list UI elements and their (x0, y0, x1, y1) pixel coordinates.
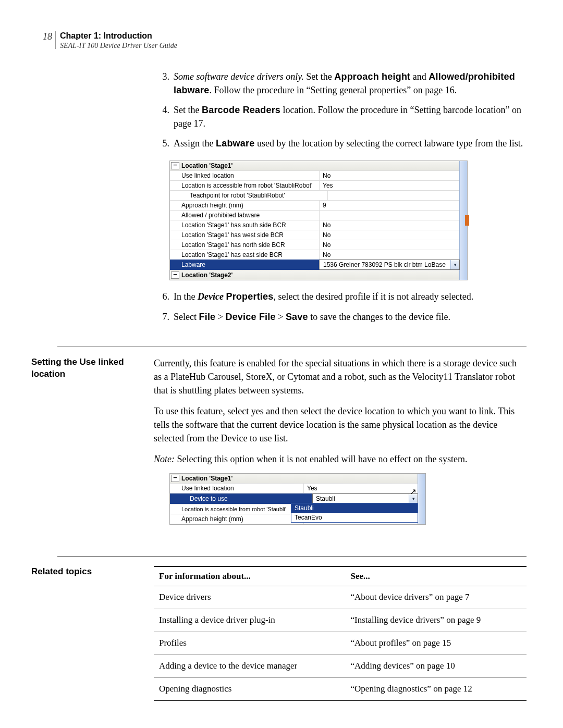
group-header[interactable]: – Location 'Stage1' (170, 474, 425, 484)
menu-save: Save (286, 312, 308, 322)
step-text: , select the desired profile if it is no… (274, 291, 474, 302)
step-3: 3. Some software device drivers only. Se… (154, 70, 527, 97)
step-4: 4. Set the Barcode Readers location. Fol… (154, 103, 527, 130)
dropdown-option[interactable]: Staubli (291, 503, 418, 513)
property-value[interactable]: No (320, 230, 460, 240)
dropdown-popup[interactable]: Staubli TecanEvo (291, 503, 418, 523)
property-value[interactable]: No (320, 171, 460, 180)
property-row[interactable]: Approach height (mm)9 (170, 201, 467, 211)
note-label: Note: (154, 454, 175, 464)
reference-cell: “Adding devices” on page 10 (346, 655, 527, 678)
section-divider (57, 556, 527, 557)
property-value[interactable] (328, 194, 460, 196)
step-number: 7. (154, 310, 174, 324)
section-heading: Setting the Use linked location (31, 356, 154, 544)
scrollbar[interactable] (418, 474, 425, 524)
paragraph: To use this feature, select yes and then… (154, 404, 527, 445)
topic-cell: Device drivers (154, 586, 346, 609)
property-label: Teachpoint for robot 'StaubliRobot' (170, 191, 328, 200)
page: 18 Chapter 1: Introduction SEAL-IT 100 D… (0, 0, 563, 728)
menu-file: File (199, 312, 215, 322)
group-title: Location 'Stage1' (181, 475, 232, 482)
property-label: Location is accessible from robot 'Staub… (170, 505, 304, 513)
property-row[interactable]: Location 'Stage1' has north side BCRNo (170, 240, 467, 250)
step-text: Set the (174, 105, 202, 115)
property-label: Location 'Stage1' has south side BCR (170, 220, 320, 230)
procedure-list: 3. Some software device drivers only. Se… (154, 70, 527, 150)
property-value[interactable]: Yes (304, 484, 418, 493)
property-label: Use linked location (170, 171, 320, 180)
section-heading: Related topics (31, 566, 154, 701)
section-divider (57, 347, 527, 347)
step-text: Select (174, 312, 199, 322)
property-row[interactable]: Location is accessible from robot 'Staub… (170, 181, 467, 191)
section-related-topics: Related topics For information about... … (31, 566, 527, 701)
steps-block: 3. Some software device drivers only. Se… (31, 70, 527, 334)
step-6: 6. In the Device Properties, select the … (154, 290, 527, 303)
property-row[interactable]: Location 'Stage1' has east side BCRNo (170, 250, 467, 260)
step-5: 5. Assign the Labware used by the locati… (154, 137, 527, 150)
menu-device-file: Device File (225, 312, 275, 322)
topic-cell: Adding a device to the device manager (154, 655, 346, 678)
property-value[interactable]: No (320, 250, 460, 260)
step-text: to save the changes to the device file. (308, 312, 450, 322)
chevron-down-icon[interactable]: ▾ (450, 260, 459, 269)
cursor-icon: ↖ (410, 487, 417, 497)
term-barcode-readers: Barcode Readers (202, 105, 280, 115)
section-linked-location: Setting the Use linked location Currentl… (31, 356, 527, 544)
property-label: Allowed / prohibited labware (170, 211, 320, 220)
step-number: 5. (154, 137, 174, 150)
term-labware: Labware (216, 138, 254, 149)
table-row: Profiles“About profiles” on page 15 (154, 632, 527, 655)
related-topics-table: For information about... See... Device d… (154, 566, 527, 701)
property-label: Use linked location (170, 484, 304, 493)
step-text: Set the (304, 71, 335, 82)
property-label: Location 'Stage1' has north side BCR (170, 240, 320, 250)
property-value-dropdown[interactable]: 1536 Greiner 783092 PS blk clr btm LoBas… (320, 260, 460, 270)
property-value[interactable]: 9 (320, 201, 460, 210)
step-lead: Some software device drivers only. (174, 71, 304, 82)
property-value[interactable]: Yes (320, 181, 460, 190)
table-row: Device drivers“About device drivers” on … (154, 586, 527, 609)
step-number: 4. (154, 103, 174, 130)
property-label: Approach height (mm) (170, 514, 304, 524)
dropdown-value: Staubli (316, 495, 335, 502)
page-number: 18 (31, 31, 55, 42)
group-title: Location 'Stage2' (181, 272, 232, 279)
collapse-icon[interactable]: – (171, 162, 179, 169)
step-text: and (410, 71, 429, 82)
step-7: 7. Select File > Device File > Save to s… (154, 310, 527, 324)
property-row[interactable]: Location 'Stage1' has south side BCRNo (170, 220, 467, 230)
property-row[interactable]: Allowed / prohibited labware (170, 211, 467, 220)
property-row[interactable]: Use linked location Yes (170, 484, 425, 493)
table-row: Opening diagnostics“Opening diagnostics”… (154, 678, 527, 701)
reference-cell: “About profiles” on page 15 (346, 632, 527, 655)
paragraph: Currently, this feature is enabled for t… (154, 356, 527, 397)
chapter-title: Chapter 1: Introduction (60, 31, 177, 41)
property-row[interactable]: Use linked locationNo (170, 171, 467, 181)
step-text: In the (174, 291, 198, 302)
property-label: Approach height (mm) (170, 201, 320, 210)
property-row[interactable]: Teachpoint for robot 'StaubliRobot' (170, 191, 467, 201)
property-grid-linked[interactable]: – Location 'Stage1' Use linked location … (169, 473, 426, 525)
property-grid-stage1[interactable]: – Location 'Stage1' Use linked locationN… (169, 161, 468, 280)
topic-cell: Installing a device driver plug-in (154, 609, 346, 632)
collapse-icon[interactable]: – (171, 272, 179, 279)
term-approach-height: Approach height (334, 71, 410, 82)
property-row-labware[interactable]: Labware 1536 Greiner 783092 PS blk clr b… (170, 260, 467, 270)
property-row[interactable]: Location 'Stage1' has west side BCRNo (170, 230, 467, 240)
table-header: See... (346, 566, 527, 586)
group-header[interactable]: – Location 'Stage2' (170, 270, 467, 280)
note-body: Selecting this option when it is not ena… (175, 454, 468, 464)
property-value[interactable]: No (320, 240, 460, 250)
property-value[interactable]: No (320, 220, 460, 230)
dropdown-option[interactable]: TecanEvo (291, 513, 418, 522)
property-value-dropdown[interactable]: Staubli ▾ ↖ (312, 493, 418, 504)
group-header[interactable]: – Location 'Stage1' (170, 161, 467, 171)
reference-cell: “About device drivers” on page 7 (346, 586, 527, 609)
table-row: Installing a device driver plug-in“Insta… (154, 609, 527, 632)
property-value[interactable] (320, 214, 460, 216)
collapse-icon[interactable]: – (171, 475, 179, 482)
term-properties: Properties (226, 291, 273, 302)
topic-cell: Opening diagnostics (154, 678, 346, 701)
